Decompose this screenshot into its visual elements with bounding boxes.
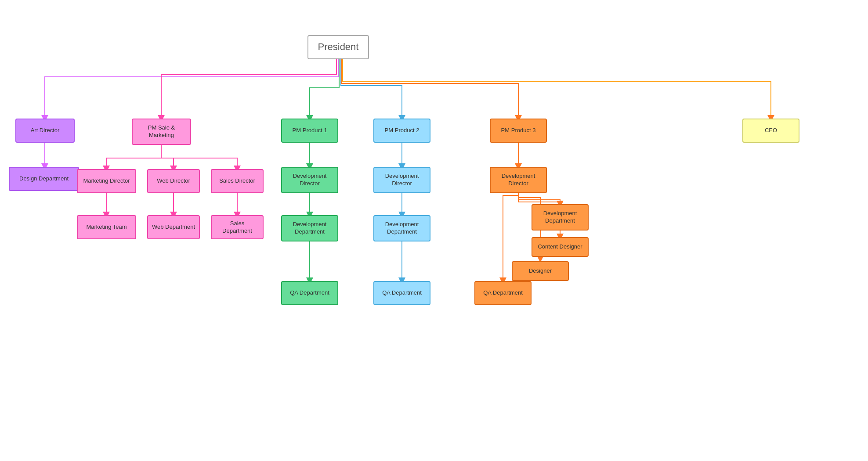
- marketing-team-node[interactable]: Marketing Team: [77, 215, 136, 239]
- content-designer-label: Content Designer: [538, 243, 582, 251]
- marketing-dir-node[interactable]: Marketing Director: [77, 169, 136, 193]
- pm-sale-node[interactable]: PM Sale &Marketing: [132, 119, 191, 145]
- qa-dept2-label: QA Department: [382, 289, 422, 297]
- qa-dept3-node[interactable]: QA Department: [474, 281, 532, 305]
- sales-dept-label: Sales Department: [215, 220, 259, 235]
- qa-dept2-node[interactable]: QA Department: [373, 281, 430, 305]
- designer-label: Designer: [529, 267, 552, 275]
- qa-dept1-label: QA Department: [290, 289, 329, 297]
- qa-dept3-label: QA Department: [483, 289, 523, 297]
- design-dept-label: Design Department: [19, 175, 69, 183]
- dev-dir3-node[interactable]: DevelopmentDirector: [490, 167, 547, 193]
- art-director-node[interactable]: Art Director: [15, 119, 75, 143]
- web-dir-node[interactable]: Web Director: [147, 169, 200, 193]
- dev-dept3-label: DevelopmentDepartment: [543, 210, 577, 225]
- dev-dept2-label: DevelopmentDepartment: [385, 221, 419, 236]
- dev-dir1-label: DevelopmentDirector: [293, 173, 327, 187]
- dev-dept2-node[interactable]: DevelopmentDepartment: [373, 215, 430, 241]
- dev-dir2-node[interactable]: DevelopmentDirector: [373, 167, 430, 193]
- pm-product3-node[interactable]: PM Product 3: [490, 119, 547, 143]
- dev-dir1-node[interactable]: DevelopmentDirector: [281, 167, 338, 193]
- content-designer-node[interactable]: Content Designer: [532, 237, 589, 257]
- dev-dir3-label: DevelopmentDirector: [502, 173, 535, 187]
- sales-dir-node[interactable]: Sales Director: [211, 169, 264, 193]
- dev-dir2-label: DevelopmentDirector: [385, 173, 419, 187]
- web-dept-node[interactable]: Web Department: [147, 215, 200, 239]
- art-director-label: Art Director: [31, 127, 60, 134]
- marketing-dir-label: Marketing Director: [83, 177, 130, 185]
- ceo-node[interactable]: CEO: [742, 119, 799, 143]
- pm-product2-node[interactable]: PM Product 2: [373, 119, 430, 143]
- pm-sale-label: PM Sale &Marketing: [148, 124, 175, 139]
- marketing-team-label: Marketing Team: [86, 223, 127, 231]
- designer-node[interactable]: Designer: [512, 261, 569, 281]
- president-label: President: [318, 41, 359, 54]
- pm-product2-label: PM Product 2: [385, 127, 420, 134]
- qa-dept1-node[interactable]: QA Department: [281, 281, 338, 305]
- president-node[interactable]: President: [307, 35, 369, 59]
- pm-product1-node[interactable]: PM Product 1: [281, 119, 338, 143]
- sales-dept-node[interactable]: Sales Department: [211, 215, 264, 239]
- pm-product1-label: PM Product 1: [293, 127, 327, 134]
- design-dept-node[interactable]: Design Department: [9, 167, 79, 191]
- dev-dept1-node[interactable]: DevelopmentDepartment: [281, 215, 338, 241]
- pm-product3-label: PM Product 3: [501, 127, 536, 134]
- ceo-label: CEO: [765, 127, 777, 134]
- web-dir-label: Web Director: [157, 177, 190, 185]
- org-chart-canvas: President Art Director Design Department…: [0, 0, 868, 461]
- sales-dir-label: Sales Director: [219, 177, 255, 185]
- web-dept-label: Web Department: [152, 223, 195, 231]
- dev-dept3-node[interactable]: DevelopmentDepartment: [532, 204, 589, 230]
- dev-dept1-label: DevelopmentDepartment: [293, 221, 327, 236]
